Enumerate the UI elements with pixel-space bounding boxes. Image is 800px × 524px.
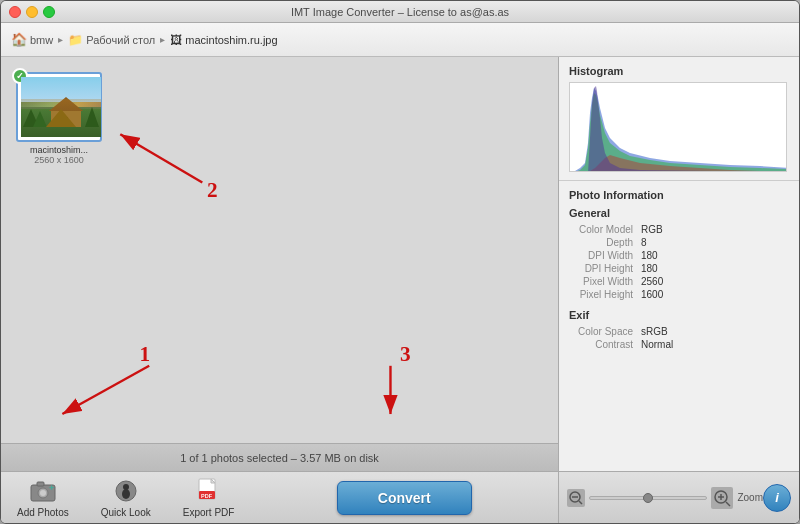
convert-button[interactable]: Convert bbox=[337, 481, 472, 515]
photo-item[interactable]: macintoshim... 2560 x 1600 bbox=[16, 72, 102, 165]
exif-info-table: Color Space sRGB Contrast Normal bbox=[569, 325, 789, 351]
color-model-row: Color Model RGB bbox=[569, 223, 789, 236]
titlebar: IMT Image Converter – License to as@as.a… bbox=[1, 1, 799, 23]
right-panel: Histogram bbox=[559, 57, 799, 523]
contrast-row: Contrast Normal bbox=[569, 338, 789, 351]
svg-line-21 bbox=[579, 501, 582, 504]
status-bar: 1 of 1 photos selected – 3.57 MB on disk bbox=[1, 443, 558, 471]
window-title: IMT Image Converter – License to as@as.a… bbox=[291, 6, 509, 18]
pixel-height-value: 1600 bbox=[639, 288, 789, 301]
depth-value: 8 bbox=[639, 236, 789, 249]
general-info-table: Color Model RGB Depth 8 DPI Width 180 DP… bbox=[569, 223, 789, 301]
window-controls bbox=[9, 6, 55, 18]
quick-look-button[interactable]: Quick Look bbox=[95, 473, 157, 522]
histogram-chart bbox=[569, 82, 787, 172]
svg-line-24 bbox=[726, 502, 730, 506]
home-icon[interactable]: 🏠 bbox=[11, 32, 27, 47]
export-pdf-icon: PDF bbox=[195, 477, 223, 505]
depth-row: Depth 8 bbox=[569, 236, 789, 249]
zoom-controls: Zoom bbox=[567, 487, 763, 509]
right-bottom-bar: Zoom i bbox=[559, 471, 799, 523]
convert-label: Convert bbox=[378, 490, 431, 506]
svg-point-9 bbox=[40, 490, 46, 496]
photo-grid: macintoshim... 2560 x 1600 2 bbox=[1, 57, 558, 443]
breadcrumb-home[interactable]: bmw bbox=[30, 34, 53, 46]
color-model-label: Color Model bbox=[569, 223, 639, 236]
dpi-height-row: DPI Height 180 bbox=[569, 262, 789, 275]
svg-line-1 bbox=[120, 134, 202, 182]
main-area: macintoshim... 2560 x 1600 2 bbox=[1, 57, 799, 523]
dpi-width-value: 180 bbox=[639, 249, 789, 262]
contrast-label: Contrast bbox=[569, 338, 639, 351]
svg-text:3: 3 bbox=[400, 342, 411, 366]
add-photos-icon: + bbox=[29, 477, 57, 505]
photo-info-title: Photo Information bbox=[569, 189, 789, 201]
info-button[interactable]: i bbox=[763, 484, 791, 512]
dpi-height-label: DPI Height bbox=[569, 262, 639, 275]
breadcrumb: 🏠 bmw ▸ 📁 Рабочий стол ▸ 🖼 macintoshim.r… bbox=[11, 32, 278, 47]
breadcrumb-desktop[interactable]: Рабочий стол bbox=[86, 34, 155, 46]
breadcrumb-sep-2: ▸ bbox=[160, 34, 165, 45]
maximize-button[interactable] bbox=[43, 6, 55, 18]
photo-info-section: Photo Information General Color Model RG… bbox=[559, 181, 799, 471]
dpi-width-label: DPI Width bbox=[569, 249, 639, 262]
status-text: 1 of 1 photos selected – 3.57 MB on disk bbox=[180, 452, 379, 464]
svg-point-14 bbox=[122, 489, 130, 499]
general-group-title: General bbox=[569, 207, 789, 219]
histogram-section: Histogram bbox=[559, 57, 799, 181]
export-pdf-button[interactable]: PDF Export PDF bbox=[177, 473, 241, 522]
close-button[interactable] bbox=[9, 6, 21, 18]
breadcrumb-file[interactable]: macintoshim.ru.jpg bbox=[185, 34, 277, 46]
folder-icon: 📁 bbox=[68, 33, 83, 47]
dpi-width-row: DPI Width 180 bbox=[569, 249, 789, 262]
dpi-height-value: 180 bbox=[639, 262, 789, 275]
add-photos-button[interactable]: + Add Photos bbox=[11, 473, 75, 522]
zoom-out-icon[interactable] bbox=[567, 489, 585, 507]
svg-text:PDF: PDF bbox=[201, 493, 213, 499]
exif-group-title: Exif bbox=[569, 309, 789, 321]
pixel-width-row: Pixel Width 2560 bbox=[569, 275, 789, 288]
svg-rect-10 bbox=[37, 482, 44, 486]
quick-look-icon bbox=[112, 477, 140, 505]
histogram-title: Histogram bbox=[569, 65, 789, 77]
photo-panel: macintoshim... 2560 x 1600 2 bbox=[1, 57, 559, 523]
minimize-button[interactable] bbox=[26, 6, 38, 18]
zoom-label: Zoom bbox=[737, 492, 763, 503]
svg-line-3 bbox=[62, 366, 149, 414]
photo-thumb-wrapper bbox=[16, 72, 102, 142]
pixel-height-label: Pixel Height bbox=[569, 288, 639, 301]
toolbar: 🏠 bmw ▸ 📁 Рабочий стол ▸ 🖼 macintoshim.r… bbox=[1, 23, 799, 57]
photo-thumbnail bbox=[21, 77, 101, 137]
bottom-toolbar: + Add Photos Quick Look bbox=[1, 471, 558, 523]
color-space-row: Color Space sRGB bbox=[569, 325, 789, 338]
svg-text:2: 2 bbox=[207, 178, 218, 202]
svg-text:1: 1 bbox=[140, 342, 151, 366]
zoom-slider-track[interactable] bbox=[589, 496, 707, 500]
file-icon: 🖼 bbox=[170, 33, 182, 47]
pixel-height-row: Pixel Height 1600 bbox=[569, 288, 789, 301]
color-space-label: Color Space bbox=[569, 325, 639, 338]
export-pdf-label: Export PDF bbox=[183, 507, 235, 518]
color-space-value: sRGB bbox=[639, 325, 789, 338]
photo-dimensions: 2560 x 1600 bbox=[16, 155, 102, 165]
color-model-value: RGB bbox=[639, 223, 789, 236]
info-button-label: i bbox=[775, 490, 779, 505]
contrast-value: Normal bbox=[639, 338, 789, 351]
app-window: IMT Image Converter – License to as@as.a… bbox=[0, 0, 800, 524]
breadcrumb-sep-1: ▸ bbox=[58, 34, 63, 45]
depth-label: Depth bbox=[569, 236, 639, 249]
svg-text:+: + bbox=[49, 483, 54, 493]
pixel-width-label: Pixel Width bbox=[569, 275, 639, 288]
zoom-in-icon[interactable] bbox=[711, 487, 733, 509]
quick-look-label: Quick Look bbox=[101, 507, 151, 518]
pixel-width-value: 2560 bbox=[639, 275, 789, 288]
photo-filename: macintoshim... bbox=[16, 145, 102, 155]
add-photos-label: Add Photos bbox=[17, 507, 69, 518]
